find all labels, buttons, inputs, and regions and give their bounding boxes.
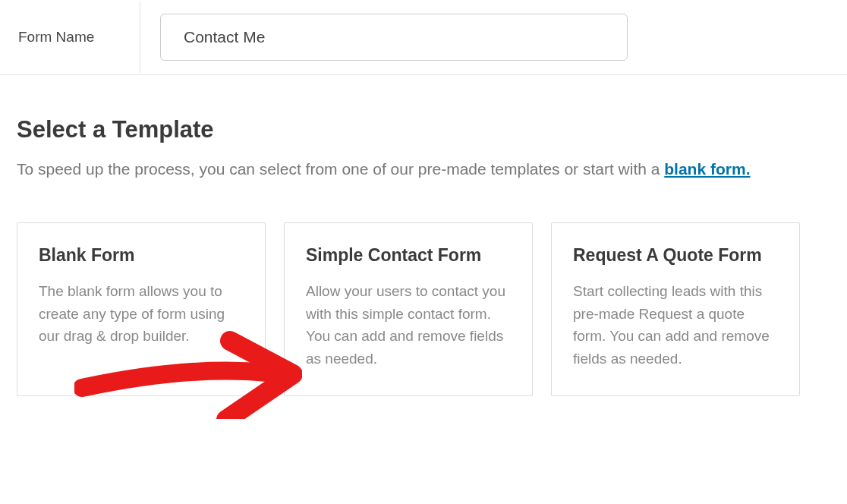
template-desc: Start collecting leads with this pre-mad…: [573, 280, 778, 370]
form-name-label: Form Name: [0, 2, 140, 73]
template-desc: Allow your users to contact you with thi…: [306, 280, 511, 370]
form-name-row: Form Name: [0, 0, 847, 75]
template-card-simple-contact[interactable]: Simple Contact Form Allow your users to …: [284, 222, 533, 397]
template-title: Blank Form: [39, 244, 244, 267]
templates-grid: Blank Form The blank form allows you to …: [17, 222, 830, 397]
select-template-desc-text: To speed up the process, you can select …: [17, 160, 664, 178]
template-card-request-quote[interactable]: Request A Quote Form Start collecting le…: [551, 222, 800, 397]
main-content: Select a Template To speed up the proces…: [0, 75, 847, 419]
template-desc: The blank form allows you to create any …: [39, 280, 244, 347]
select-template-title: Select a Template: [17, 116, 830, 143]
template-card-blank[interactable]: Blank Form The blank form allows you to …: [17, 222, 266, 397]
select-template-desc: To speed up the process, you can select …: [17, 157, 830, 181]
template-title: Request A Quote Form: [573, 244, 778, 267]
blank-form-link[interactable]: blank form.: [664, 160, 750, 178]
form-name-input[interactable]: [160, 14, 628, 61]
template-title: Simple Contact Form: [306, 244, 511, 267]
form-name-input-wrap: [140, 0, 847, 74]
